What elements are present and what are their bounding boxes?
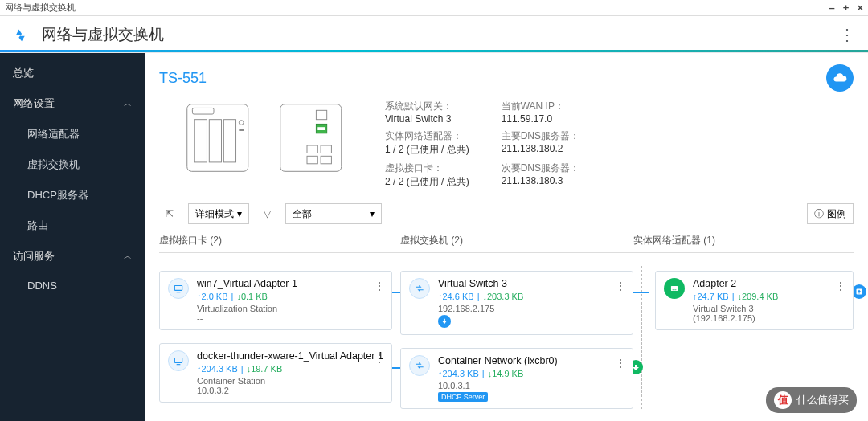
vnic-value: 2 / 2 (已使用 / 总共) <box>385 175 469 189</box>
filter-icon: ▽ <box>264 208 271 219</box>
export-icon: ⇱ <box>166 208 174 219</box>
column-header-adapter: 实体网络适配器 (1) <box>633 234 854 247</box>
card-more-button[interactable]: ⋮ <box>615 357 626 370</box>
adapter-label: 实体网络适配器： <box>385 129 469 143</box>
card-sub: 10.0.3.1 <box>438 381 624 390</box>
device-model: TS-551 <box>159 70 207 87</box>
minimize-button[interactable]: – <box>829 2 835 14</box>
app-more-button[interactable]: ⋮ <box>839 25 855 44</box>
main-content: TS-551 <box>145 53 868 421</box>
card-more-button[interactable]: ⋮ <box>835 280 846 292</box>
down-stat: ↓19.7 KB <box>247 364 283 374</box>
maximize-button[interactable]: + <box>843 2 850 14</box>
close-button[interactable]: × <box>857 2 863 14</box>
body: 总览 网络设置︿ 网络适配器 虚拟交换机 DHCP服务器 路由 访问服务︿ DD… <box>0 53 868 421</box>
vswitch-icon <box>409 278 430 299</box>
appbar-left: 网络与虚拟交换机 <box>13 24 164 45</box>
up-stat: ↑204.3 KB <box>197 364 238 374</box>
dns1-value: 211.138.180.2 <box>502 143 586 154</box>
vswitch-icon <box>409 355 430 376</box>
adapter-card-2[interactable]: Adapter 2 ↑24.7 KB | ↓209.4 KB Virtual S… <box>655 271 854 330</box>
endpoint-icon <box>852 284 866 299</box>
card-more-button[interactable]: ⋮ <box>374 352 385 365</box>
card-title: Container Network (lxcbr0) <box>438 355 624 366</box>
card-sub: Container Station <box>197 376 383 386</box>
watermark-badge: 值 <box>774 391 792 409</box>
up-stat: ↑24.6 KB <box>438 292 474 301</box>
svg-rect-6 <box>239 129 244 131</box>
watermark-text: 什么值得买 <box>796 393 849 407</box>
card-body: Virtual Switch 3 ↑24.6 KB | ↓203.3 KB 19… <box>438 278 624 328</box>
model-header: TS-551 <box>159 64 854 92</box>
card-title: docker-thunder-xware-1_Virtual Adapter 1 <box>197 350 383 362</box>
sidebar-item-virtual-switch[interactable]: 虚拟交换机 <box>0 149 145 180</box>
chevron-down-icon: ▾ <box>237 208 242 219</box>
card-more-button[interactable]: ⋮ <box>615 280 626 292</box>
column-vswitch: Virtual Switch 3 ↑24.6 KB | ↓203.3 KB 19… <box>400 266 633 409</box>
sidebar-item-dhcp[interactable]: DHCP服务器 <box>0 180 145 210</box>
export-button[interactable]: ⇱ <box>159 203 180 224</box>
down-stat: ↓14.9 KB <box>488 369 524 378</box>
up-stat: ↑24.7 KB <box>693 292 729 301</box>
sidebar: 总览 网络设置︿ 网络适配器 虚拟交换机 DHCP服务器 路由 访问服务︿ DD… <box>0 53 145 421</box>
card-sub: 192.168.2.175 <box>438 304 624 313</box>
card-sub: 10.0.3.2 <box>197 386 383 395</box>
filter-button[interactable]: ▽ <box>257 203 277 224</box>
app-bar: 网络与虚拟交换机 ⋮ <box>0 16 868 53</box>
card-more-button[interactable]: ⋮ <box>374 280 385 292</box>
cloud-status-icon[interactable] <box>826 64 854 92</box>
device-info-grid: 系统默认网关：Virtual Switch 3 当前WAN IP：111.59.… <box>385 100 585 189</box>
card-title: Adapter 2 <box>693 278 845 289</box>
svg-rect-10 <box>317 127 326 130</box>
dns1-label: 主要DNS服务器： <box>502 129 586 143</box>
down-stat: ↓209.4 KB <box>738 292 779 301</box>
topology-area: win7_Virtual Adapter 1 ↑2.0 KB | ↓0.1 KB… <box>159 252 854 409</box>
window-controls: – + × <box>829 2 863 14</box>
sidebar-item-adapters[interactable]: 网络适配器 <box>0 119 145 149</box>
card-title: Virtual Switch 3 <box>438 278 624 289</box>
svg-rect-7 <box>280 104 341 172</box>
sidebar-item-access-service[interactable]: 访问服务︿ <box>0 241 145 272</box>
wan-value: 111.59.17.0 <box>502 113 586 125</box>
gateway-label: 系统默认网关： <box>385 100 469 113</box>
watermark: 值 什么值得买 <box>766 387 857 413</box>
chevron-down-icon: ▾ <box>370 208 375 219</box>
filter-select[interactable]: 全部▾ <box>285 203 382 224</box>
sidebar-item-network-settings[interactable]: 网络设置︿ <box>0 88 145 119</box>
vswitch-card-container[interactable]: Container Network (lxcbr0) ↑204.3 KB | ↓… <box>400 348 633 409</box>
view-mode-select[interactable]: 详细模式▾ <box>188 203 249 224</box>
ethernet-icon <box>664 278 685 299</box>
column-header-vnic: 虚拟接口卡 (2) <box>159 234 400 247</box>
svg-rect-16 <box>174 286 182 291</box>
chevron-up-icon: ︿ <box>124 251 132 262</box>
toolbar: ⇱ 详细模式▾ ▽ 全部▾ ⓘ图例 <box>159 203 854 224</box>
down-stat: ↓0.1 KB <box>236 292 268 301</box>
sidebar-item-overview[interactable]: 总览 <box>0 58 145 88</box>
chevron-up-icon: ︿ <box>124 98 132 109</box>
gateway-value: Virtual Switch 3 <box>385 113 469 125</box>
window-titlebar: 网络与虚拟交换机 – + × <box>0 0 868 16</box>
vnic-card-win7[interactable]: win7_Virtual Adapter 1 ↑2.0 KB | ↓0.1 KB… <box>159 271 392 330</box>
toolbar-left: ⇱ 详细模式▾ ▽ 全部▾ <box>159 203 382 224</box>
columns-header: 虚拟接口卡 (2) 虚拟交换机 (2) 实体网络适配器 (1) <box>159 234 854 252</box>
vnic-icon <box>168 278 189 299</box>
vswitch-card-3[interactable]: Virtual Switch 3 ↑24.6 KB | ↓203.3 KB 19… <box>400 271 633 335</box>
svg-rect-17 <box>174 358 182 363</box>
vnic-card-docker[interactable]: docker-thunder-xware-1_Virtual Adapter 1… <box>159 343 392 403</box>
sidebar-item-route[interactable]: 路由 <box>0 210 145 241</box>
column-vnic: win7_Virtual Adapter 1 ↑2.0 KB | ↓0.1 KB… <box>159 266 392 409</box>
dns2-value: 211.138.180.3 <box>502 175 586 186</box>
card-title: win7_Virtual Adapter 1 <box>197 278 383 289</box>
device-info-row: 系统默认网关：Virtual Switch 3 当前WAN IP：111.59.… <box>159 100 854 189</box>
window-title: 网络与虚拟交换机 <box>5 2 76 14</box>
device-images <box>159 100 345 189</box>
card-sub: Virtual Switch 3 <box>693 304 845 313</box>
down-stat: ↓203.3 KB <box>483 292 524 301</box>
sidebar-item-ddns[interactable]: DDNS <box>0 272 145 300</box>
service-badge-icon <box>438 315 451 328</box>
legend-button[interactable]: ⓘ图例 <box>807 203 854 224</box>
card-body: docker-thunder-xware-1_Virtual Adapter 1… <box>197 350 383 395</box>
device-back-icon <box>276 100 346 176</box>
dhcp-tag: DHCP Server <box>438 392 488 402</box>
column-header-vswitch: 虚拟交换机 (2) <box>400 234 633 247</box>
